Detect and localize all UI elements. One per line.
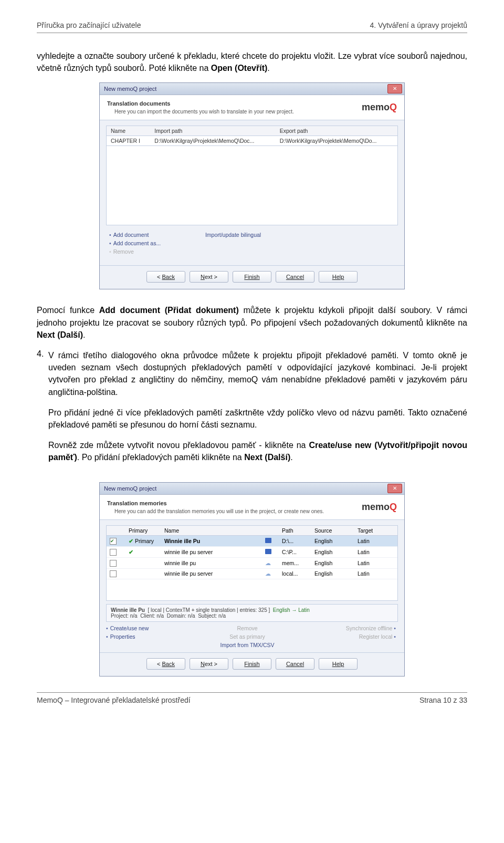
dialog1-heading: Translation documents [107,100,362,107]
help-button[interactable]: Help [319,658,358,670]
item4-p2: Pro přidání jedné či více překladových p… [48,407,467,431]
col-primary[interactable]: Primary [125,526,161,536]
dialog1-title: New memoQ project [102,86,387,92]
cloud-icon: ☁ [265,560,271,566]
checkbox-icon[interactable] [110,570,117,577]
back-button[interactable]: < Back [146,271,185,283]
finish-button[interactable]: Finish [233,658,271,670]
checkbox-icon[interactable] [110,538,117,545]
item4-p3: Rovněž zde můžete vytvořit novou překlad… [48,439,467,463]
para-1: vyhledejte a označte soubory určené k př… [37,50,467,74]
col-name[interactable]: Name [107,126,150,136]
tm-row[interactable]: ✔ winnie ille pu server C:\P... English … [107,547,397,558]
link-register-local: Register local • [359,633,398,640]
link-remove-tm: Remove [237,625,257,631]
link-remove: •Remove [109,248,134,255]
disk-icon [265,549,271,554]
back-button[interactable]: < Back [146,658,185,670]
col-check [107,526,125,536]
tm-table: Primary Name Path Source Target ✔ Primar… [107,526,397,579]
link-properties[interactable]: •Properties [106,633,149,640]
check-icon: ✔ [129,549,133,555]
link-sync-offline: Synchronize offline • [346,625,398,631]
dialog-translation-documents: New memoQ project ✕ Translation document… [99,82,405,289]
col-path[interactable]: Path [279,526,311,536]
link-import-tmx[interactable]: Import from TMX/CSV [220,642,275,648]
link-add-document-as[interactable]: •Add document as... [109,240,161,246]
item4-p1: V rámci třetího dialogového okna průvodc… [48,349,467,398]
close-icon[interactable]: ✕ [387,84,402,93]
finish-button[interactable]: Finish [233,271,271,283]
tm-row[interactable]: ✔ Primary Winnie ille Pu D:\... English … [107,536,397,547]
help-button[interactable]: Help [319,271,358,283]
primary-icon: ✔ [129,538,133,544]
disk-icon [265,538,271,543]
table-row[interactable]: CHAPTER I D:\Work\Kilgray\Projektek\Memo… [107,136,397,146]
tm-info-bar: Winnie ille Pu [ local | ContexTM + sing… [106,604,398,622]
checkbox-icon[interactable] [110,560,117,567]
dialog2-title: New memoQ project [102,485,387,492]
footer-left: MemoQ – Integrované překladatelské prost… [37,696,191,704]
list-number-4: 4. [37,349,48,472]
memoq-logo: memoQ [362,102,397,113]
dialog1-subheading: Here you can import the documents you wi… [107,109,362,115]
close-icon[interactable]: ✕ [387,484,402,493]
cloud-icon: ☁ [265,570,271,577]
header-rule [37,33,467,33]
tm-row[interactable]: winnie ille pu ☁ mem... English Latin [107,557,397,568]
link-set-primary: Set as primary [229,633,265,640]
memoq-logo: memoQ [362,502,397,513]
col-import-path[interactable]: Import path [150,126,275,136]
col-target[interactable]: Target [354,526,397,536]
dialog-translation-memories: New memoQ project ✕ Translation memories… [99,482,405,677]
dialog2-subheading: Here you can add the translation memorie… [107,508,362,514]
dialog2-heading: Translation memories [107,500,362,506]
next-button[interactable]: Next > [190,271,228,283]
link-add-document[interactable]: •Add document [109,232,149,238]
link-import-bilingual[interactable]: Import/update bilingual [205,232,261,238]
col-export-path[interactable]: Export path [276,126,397,136]
documents-table: Name Import path Export path CHAPTER I D… [107,126,397,145]
checkbox-icon[interactable] [110,549,117,556]
tm-row[interactable]: winnie ille pu server ☁ local... English… [107,568,397,579]
header-right: 4. Vytváření a úpravy projektů [370,21,467,29]
link-create-use-new[interactable]: •Create/use new [106,625,149,631]
footer-rule [37,692,467,693]
col-tm-name[interactable]: Name [161,526,262,536]
para-2: Pomocí funkce Add document (Přidat dokum… [37,304,467,341]
cancel-button[interactable]: Cancel [276,271,314,283]
next-button[interactable]: Next > [190,658,228,670]
col-source[interactable]: Source [311,526,354,536]
header-left: Příručka pro začínající uživatele [37,21,141,29]
cancel-button[interactable]: Cancel [276,658,314,670]
footer-right: Strana 10 z 33 [419,696,467,704]
